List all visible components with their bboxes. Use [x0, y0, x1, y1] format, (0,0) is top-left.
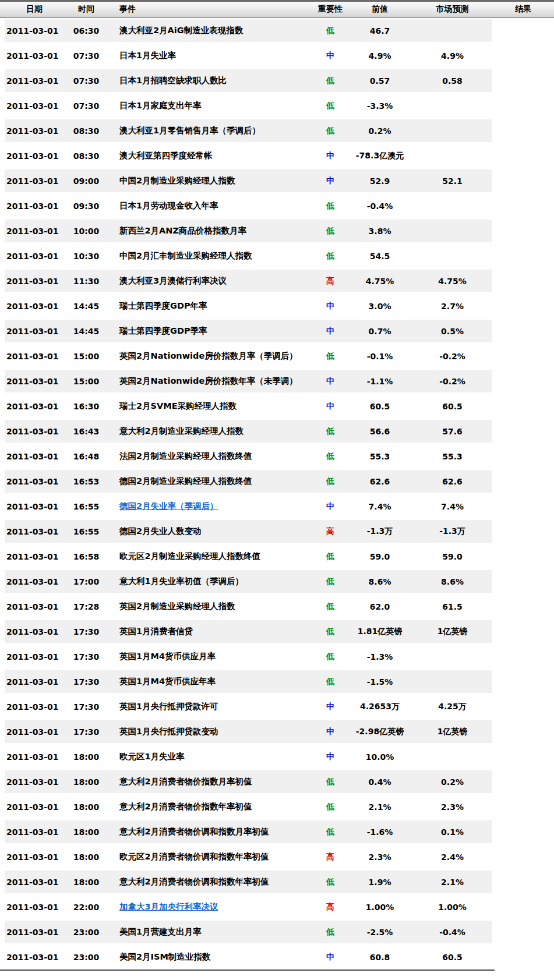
importance-badge: 中	[313, 702, 347, 712]
previous-value-cell: -2.98亿英镑	[347, 727, 412, 737]
time-cell: 16:48	[64, 452, 108, 461]
time-cell: 17:30	[64, 627, 108, 636]
importance-badge: 低	[313, 76, 347, 86]
time-cell: 16:55	[64, 527, 108, 536]
importance-badge: 低	[313, 426, 347, 437]
importance-badge: 低	[313, 126, 347, 136]
event-label: 日本1月劳动现金收入年率	[119, 201, 218, 210]
result-cell	[492, 444, 554, 469]
event-link[interactable]: 德国2月失业率（季调后）	[119, 501, 218, 511]
importance-badge: 低	[313, 251, 347, 261]
date-cell: 2011-03-01	[5, 903, 64, 912]
date-cell: 2011-03-01	[5, 652, 64, 661]
previous-value-cell: 46.7	[347, 26, 412, 36]
event-cell: 德国2月失业率（季调后）	[108, 501, 313, 512]
previous-value-cell: 4.75%	[347, 277, 412, 286]
date-cell: 2011-03-01	[5, 252, 64, 261]
result-cell	[492, 68, 554, 93]
result-cell	[492, 869, 554, 894]
importance-badge: 中	[313, 176, 347, 186]
date-cell: 2011-03-01	[5, 552, 64, 561]
previous-value-cell: 56.6	[347, 427, 412, 436]
table-row: 2011-03-01 09:30 日本1月劳动现金收入年率 低 -0.4%	[0, 193, 554, 218]
date-cell: 2011-03-01	[5, 201, 64, 211]
forecast-value-cell: -1.3万	[412, 526, 492, 537]
column-header-importance: 重要性	[313, 4, 347, 15]
table-row: 2011-03-01 18:00 意大利2月消费者物价调和指数月率初值 低 -1…	[0, 819, 554, 844]
event-cell: 意大利2月制造业采购经理人指数	[108, 426, 313, 437]
result-cell	[492, 519, 554, 544]
table-row: 2011-03-01 06:30 澳大利亚2月AiG制造业表现指数 低 46.7	[0, 18, 554, 43]
previous-value-cell: 0.2%	[347, 126, 412, 136]
result-cell	[492, 744, 554, 769]
table-row: 2011-03-01 16:58 欧元区2月制造业采购经理人指数终值 低 59.…	[0, 544, 554, 569]
importance-badge: 低	[313, 802, 347, 812]
event-label: 瑞士2月SVME采购经理人指数	[119, 401, 237, 411]
date-cell: 2011-03-01	[5, 627, 64, 636]
importance-badge: 低	[313, 551, 347, 562]
column-header-forecast: 市场预测	[412, 4, 492, 15]
date-cell: 2011-03-01	[5, 852, 64, 862]
event-cell: 意大利2月消费者物价指数月率初值	[108, 776, 313, 787]
event-cell: 中国2月制造业采购经理人指数	[108, 175, 313, 186]
result-cell	[492, 93, 554, 118]
previous-value-cell: 60.5	[347, 402, 412, 411]
importance-badge: 低	[313, 927, 347, 937]
result-cell	[492, 844, 554, 869]
column-header-time: 时间	[64, 4, 108, 15]
date-cell: 2011-03-01	[5, 802, 64, 812]
previous-value-cell: 60.8	[347, 953, 412, 962]
previous-value-cell: -3.3%	[347, 101, 412, 111]
importance-badge: 低	[313, 201, 347, 211]
time-cell: 08:30	[64, 151, 108, 161]
event-label: 中国2月制造业采购经理人指数	[119, 176, 235, 185]
table-row: 2011-03-01 16:53 德国2月制造业采购经理人指数终值 低 62.6…	[0, 469, 554, 494]
result-cell	[492, 394, 554, 419]
table-row: 2011-03-01 14:45 瑞士第四季度GDP季率 中 0.7% 0.5%	[0, 319, 554, 344]
event-label: 意大利2月消费者物价调和指数月率初值	[119, 827, 269, 836]
date-cell: 2011-03-01	[5, 702, 64, 712]
previous-value-cell: 52.9	[347, 176, 412, 186]
importance-badge: 中	[313, 727, 347, 737]
event-label: 澳大利亚2月AiG制造业表现指数	[119, 26, 243, 35]
column-header-date: 日期	[5, 4, 64, 15]
event-cell: 日本1月家庭支出年率	[108, 100, 313, 111]
time-cell: 18:00	[64, 852, 108, 862]
date-cell: 2011-03-01	[5, 51, 64, 61]
table-row: 2011-03-01 17:00 意大利1月失业率初值（季调后） 低 8.6% …	[0, 569, 554, 594]
result-cell	[492, 544, 554, 569]
previous-value-cell: 62.6	[347, 477, 412, 486]
event-cell: 英国2月Nationwide房价指数月率（季调后）	[108, 351, 313, 362]
importance-badge: 低	[313, 351, 347, 362]
event-cell: 美国2月ISM制造业指数	[108, 951, 313, 963]
result-cell	[492, 419, 554, 444]
date-cell: 2011-03-01	[5, 502, 64, 511]
event-cell: 日本1月劳动现金收入年率	[108, 200, 313, 211]
forecast-value-cell: 55.3	[412, 452, 492, 461]
event-cell: 意大利2月消费者物价调和指数年率初值	[108, 876, 313, 887]
importance-badge: 低	[313, 101, 347, 111]
forecast-value-cell: 0.2%	[412, 777, 492, 787]
event-label: 澳大利亚1月零售销售月率（季调后）	[119, 126, 260, 135]
forecast-value-cell: -0.2%	[412, 352, 492, 361]
importance-badge: 低	[313, 576, 347, 587]
previous-value-cell: 0.57	[347, 76, 412, 86]
time-cell: 15:00	[64, 377, 108, 386]
time-cell: 23:00	[64, 953, 108, 962]
event-link[interactable]: 加拿大3月加央行利率决议	[119, 902, 218, 911]
time-cell: 14:45	[64, 327, 108, 336]
result-cell	[492, 794, 554, 819]
date-cell: 2011-03-01	[5, 752, 64, 762]
table-row: 2011-03-01 15:00 英国2月Nationwide房价指数年率（未季…	[0, 369, 554, 394]
table-row: 2011-03-01 18:00 欧元区1月失业率 中 10.0%	[0, 744, 554, 769]
result-cell	[492, 594, 554, 619]
previous-value-cell: -78.3亿澳元	[347, 151, 412, 161]
time-cell: 16:53	[64, 477, 108, 486]
event-label: 新西兰2月ANZ商品价格指数月率	[119, 226, 246, 235]
table-row: 2011-03-01 17:30 英国1月央行抵押贷款变动 中 -2.98亿英镑…	[0, 719, 554, 744]
forecast-value-cell: 1亿英镑	[412, 627, 492, 637]
importance-badge: 中	[313, 952, 347, 963]
time-cell: 16:55	[64, 502, 108, 511]
event-cell: 日本1月失业率	[108, 50, 313, 61]
date-cell: 2011-03-01	[5, 377, 64, 386]
